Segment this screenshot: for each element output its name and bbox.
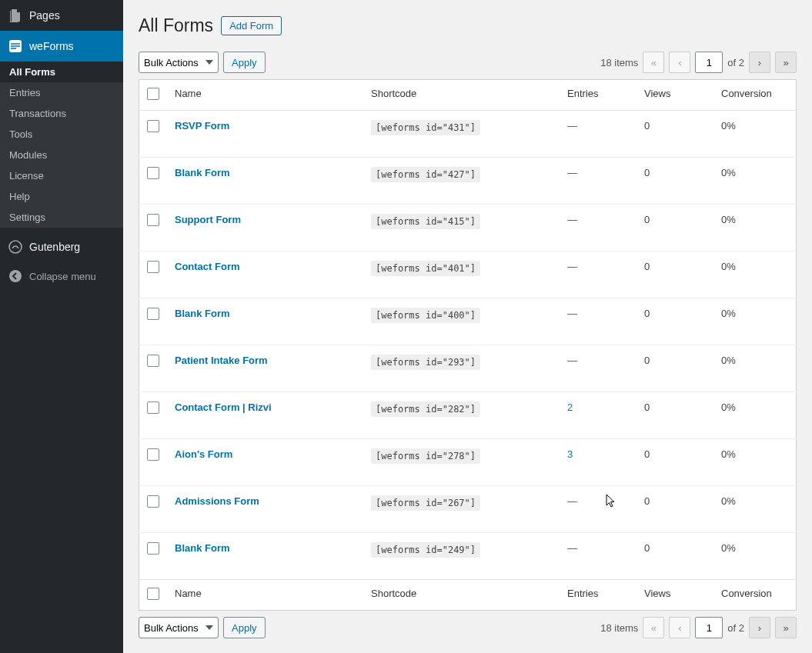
page-input-bottom[interactable] bbox=[695, 617, 723, 638]
menu-weforms[interactable]: weForms bbox=[0, 31, 123, 62]
bulk-apply-top[interactable]: Apply bbox=[223, 52, 266, 73]
views-value: 0 bbox=[637, 205, 713, 252]
entries-value: — bbox=[567, 261, 577, 272]
last-page-button-bottom[interactable]: » bbox=[775, 617, 797, 638]
shortcode-value[interactable]: [weforms id="249"] bbox=[371, 542, 480, 558]
shortcode-value[interactable]: [weforms id="267"] bbox=[371, 495, 480, 511]
col-entries-header: Entries bbox=[560, 80, 637, 111]
select-all-bottom[interactable] bbox=[147, 588, 159, 600]
row-checkbox[interactable] bbox=[147, 542, 159, 555]
views-value: 0 bbox=[637, 439, 713, 486]
row-checkbox[interactable] bbox=[147, 355, 159, 367]
col-views-header: Views bbox=[637, 80, 713, 111]
views-value: 0 bbox=[637, 252, 713, 298]
form-name-link[interactable]: Admissions Form bbox=[175, 495, 259, 507]
conversion-value: 0% bbox=[713, 533, 797, 580]
col-shortcode-footer: Shortcode bbox=[363, 580, 560, 611]
entries-link[interactable]: 2 bbox=[567, 401, 573, 413]
views-value: 0 bbox=[637, 486, 713, 533]
row-checkbox[interactable] bbox=[147, 308, 159, 320]
main-content: All Forms Add Form Bulk Actions Apply 18… bbox=[123, 0, 812, 653]
row-checkbox[interactable] bbox=[147, 401, 159, 414]
col-name-footer[interactable]: Name bbox=[167, 580, 363, 611]
shortcode-value[interactable]: [weforms id="401"] bbox=[371, 261, 480, 276]
prev-page-button[interactable]: ‹ bbox=[669, 52, 690, 73]
submenu-item[interactable]: Transactions bbox=[0, 103, 123, 124]
items-count-bottom: 18 items bbox=[600, 622, 638, 634]
submenu-item[interactable]: Entries bbox=[0, 82, 123, 103]
next-page-button[interactable]: › bbox=[749, 52, 770, 73]
svg-point-2 bbox=[9, 270, 22, 282]
shortcode-value[interactable]: [weforms id="282"] bbox=[371, 401, 480, 417]
tablenav-bottom: Bulk Actions Apply 18 items « ‹ of 2 › » bbox=[139, 617, 797, 638]
row-checkbox[interactable] bbox=[147, 167, 159, 179]
table-row: Support Form[weforms id="415"]—00% bbox=[139, 205, 797, 252]
menu-gutenberg-label: Gutenberg bbox=[29, 241, 80, 253]
row-checkbox[interactable] bbox=[147, 448, 159, 461]
menu-gutenberg[interactable]: Gutenberg bbox=[0, 232, 123, 262]
weforms-submenu: All FormsEntriesTransactionsToolsModules… bbox=[0, 62, 123, 228]
collapse-menu[interactable]: Collapse menu bbox=[0, 262, 123, 290]
form-name-link[interactable]: Contact Form bbox=[175, 261, 240, 272]
form-name-link[interactable]: RSVP Form bbox=[175, 120, 229, 132]
add-form-button[interactable]: Add Form bbox=[221, 16, 282, 35]
form-name-link[interactable]: Aion's Form bbox=[175, 448, 232, 460]
table-row: Admissions Form[weforms id="267"]—00% bbox=[139, 486, 797, 533]
row-checkbox[interactable] bbox=[147, 261, 159, 273]
shortcode-value[interactable]: [weforms id="431"] bbox=[371, 120, 480, 135]
entries-value: — bbox=[567, 120, 577, 132]
form-name-link[interactable]: Support Form bbox=[175, 214, 241, 225]
shortcode-value[interactable]: [weforms id="293"] bbox=[371, 355, 480, 370]
collapse-label: Collapse menu bbox=[29, 271, 96, 282]
row-checkbox[interactable] bbox=[147, 495, 159, 508]
submenu-item[interactable]: Modules bbox=[0, 145, 123, 165]
page-input[interactable] bbox=[695, 52, 723, 73]
bulk-apply-bottom[interactable]: Apply bbox=[223, 617, 266, 638]
shortcode-value[interactable]: [weforms id="278"] bbox=[371, 448, 480, 464]
views-value: 0 bbox=[637, 298, 713, 345]
col-conversion-header: Conversion bbox=[713, 80, 797, 111]
submenu-item[interactable]: All Forms bbox=[0, 62, 123, 82]
submenu-item[interactable]: Tools bbox=[0, 124, 123, 145]
submenu-item[interactable]: License bbox=[0, 165, 123, 186]
views-value: 0 bbox=[637, 111, 713, 158]
form-name-link[interactable]: Contact Form | Rizvi bbox=[175, 401, 272, 413]
form-name-link[interactable]: Patient Intake Form bbox=[175, 355, 268, 366]
first-page-button-bottom[interactable]: « bbox=[643, 617, 664, 638]
views-value: 0 bbox=[637, 158, 713, 205]
col-conversion-footer: Conversion bbox=[713, 580, 797, 611]
shortcode-value[interactable]: [weforms id="400"] bbox=[371, 308, 480, 323]
page-title: All Forms bbox=[139, 15, 213, 36]
shortcode-value[interactable]: [weforms id="427"] bbox=[371, 167, 480, 182]
col-name-header[interactable]: Name bbox=[167, 80, 363, 111]
forms-table: Name Shortcode Entries Views Conversion … bbox=[139, 79, 797, 611]
shortcode-value[interactable]: [weforms id="415"] bbox=[371, 214, 480, 229]
submenu-item[interactable]: Settings bbox=[0, 207, 123, 228]
bulk-select-top[interactable]: Bulk Actions bbox=[139, 52, 219, 73]
last-page-button[interactable]: » bbox=[775, 52, 797, 73]
form-name-link[interactable]: Blank Form bbox=[175, 542, 230, 554]
svg-point-1 bbox=[9, 241, 22, 253]
row-checkbox[interactable] bbox=[147, 120, 159, 132]
next-page-button-bottom[interactable]: › bbox=[749, 617, 770, 638]
pagination-bottom: 18 items « ‹ of 2 › » bbox=[600, 617, 797, 638]
table-row: Patient Intake Form[weforms id="293"]—00… bbox=[139, 345, 797, 392]
select-all-top[interactable] bbox=[147, 88, 159, 100]
first-page-button[interactable]: « bbox=[643, 52, 664, 73]
entries-link[interactable]: 3 bbox=[567, 448, 573, 460]
views-value: 0 bbox=[637, 533, 713, 580]
conversion-value: 0% bbox=[713, 392, 797, 439]
collapse-icon bbox=[8, 268, 23, 284]
menu-weforms-label: weForms bbox=[29, 40, 74, 52]
submenu-item[interactable]: Help bbox=[0, 186, 123, 207]
prev-page-button-bottom[interactable]: ‹ bbox=[669, 617, 690, 638]
views-value: 0 bbox=[637, 392, 713, 439]
entries-value: — bbox=[567, 495, 577, 507]
row-checkbox[interactable] bbox=[147, 214, 159, 226]
conversion-value: 0% bbox=[713, 439, 797, 486]
table-row: RSVP Form[weforms id="431"]—00% bbox=[139, 111, 797, 158]
form-name-link[interactable]: Blank Form bbox=[175, 167, 230, 178]
bulk-select-bottom[interactable]: Bulk Actions bbox=[139, 617, 219, 638]
menu-pages[interactable]: Pages bbox=[0, 0, 123, 31]
form-name-link[interactable]: Blank Form bbox=[175, 308, 230, 319]
